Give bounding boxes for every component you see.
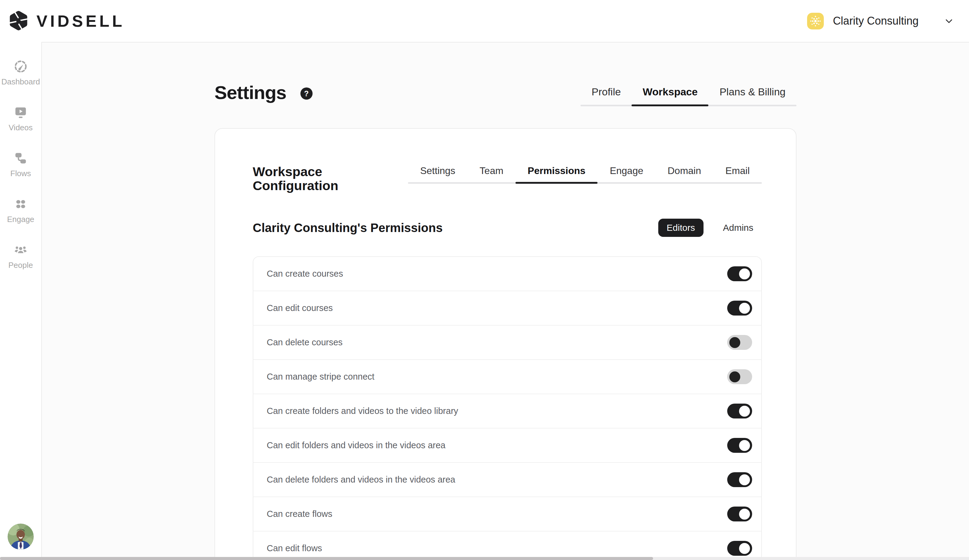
vidsell-logo-icon: [9, 11, 28, 31]
toggle-knob: [739, 543, 750, 554]
permission-label: Can create courses: [267, 269, 343, 279]
sidebar-item-label: Dashboard: [1, 77, 40, 86]
permission-toggle[interactable]: [727, 301, 752, 316]
tab-plans-billing[interactable]: Plans & Billing: [709, 83, 796, 106]
card-tabs: Settings Team Permissions Engage Domain …: [408, 165, 762, 184]
role-switch: Editors Admins: [658, 219, 762, 237]
page-title: Settings: [215, 83, 286, 102]
permission-row: Can create courses: [253, 257, 761, 291]
toggle-knob: [739, 303, 750, 314]
page-header: Settings ? Profile Workspace Plans & Bil…: [215, 83, 796, 106]
permission-label: Can delete courses: [267, 337, 343, 347]
brand-name: VIDSELL: [37, 12, 125, 30]
toggle-knob: [739, 508, 750, 520]
permission-row: Can edit folders and videos in the video…: [253, 429, 761, 463]
toggle-knob: [729, 371, 740, 382]
role-editors-button[interactable]: Editors: [658, 219, 704, 237]
tab-email[interactable]: Email: [713, 165, 762, 184]
tab-team[interactable]: Team: [468, 165, 516, 184]
card-title: Workspace Configuration: [253, 165, 408, 193]
tab-settings[interactable]: Settings: [408, 165, 468, 184]
top-header: VIDSELL Clarity Consulting: [0, 0, 969, 42]
workspace-name: Clarity Consulting: [833, 15, 919, 27]
toggle-knob: [739, 440, 750, 451]
permission-toggle[interactable]: [727, 507, 752, 522]
scrollbar-thumb[interactable]: [0, 557, 653, 560]
permission-label: Can create folders and videos to the vid…: [267, 406, 458, 416]
permissions-section-header: Clarity Consulting's Permissions Editors…: [253, 219, 762, 237]
people-icon: [14, 243, 28, 257]
page-tabs: Profile Workspace Plans & Billing: [581, 83, 796, 106]
sidebar-item-label: People: [8, 261, 33, 270]
role-admins-button[interactable]: Admins: [714, 219, 762, 237]
sidebar-nav: Dashboard Videos Flows Engage: [0, 42, 41, 560]
help-icon[interactable]: ?: [300, 88, 313, 100]
horizontal-scrollbar[interactable]: [0, 557, 969, 560]
tab-domain[interactable]: Domain: [656, 165, 713, 184]
workspace-avatar-icon: [807, 13, 824, 30]
active-tab-indicator: [631, 105, 708, 106]
sidebar-item-videos[interactable]: Videos: [0, 105, 41, 132]
tab-engage[interactable]: Engage: [598, 165, 655, 184]
permission-label: Can manage stripe connect: [267, 372, 375, 382]
active-tab-indicator: [516, 182, 598, 184]
toggle-knob: [739, 406, 750, 417]
sidebar-item-people[interactable]: People: [0, 243, 41, 270]
permission-label: Can edit flows: [267, 543, 322, 553]
permission-toggle[interactable]: [727, 472, 752, 487]
permission-row: Can edit courses: [253, 291, 761, 326]
dots-grid-icon: [14, 197, 28, 211]
toggle-knob: [739, 268, 750, 279]
chevron-down-icon: [944, 15, 954, 27]
permission-row: Can create folders and videos to the vid…: [253, 394, 761, 429]
tab-permissions[interactable]: Permissions: [516, 165, 598, 184]
permission-toggle[interactable]: [727, 369, 752, 384]
permission-row: Can edit flows: [253, 532, 761, 560]
permission-label: Can edit folders and videos in the video…: [267, 440, 445, 450]
gauge-icon: [14, 60, 28, 73]
tab-profile[interactable]: Profile: [581, 83, 631, 106]
toggle-knob: [729, 337, 740, 348]
workspace-switcher[interactable]: Clarity Consulting: [807, 13, 954, 30]
permission-toggle[interactable]: [727, 266, 752, 281]
permission-label: Can create flows: [267, 509, 332, 519]
permissions-section-title: Clarity Consulting's Permissions: [253, 221, 443, 235]
flow-icon: [14, 151, 28, 165]
permission-toggle[interactable]: [727, 541, 752, 556]
sidebar-item-label: Flows: [10, 169, 31, 178]
permission-label: Can edit courses: [267, 303, 333, 313]
permission-toggle[interactable]: [727, 404, 752, 419]
sidebar-item-label: Engage: [7, 215, 34, 224]
sidebar-item-dashboard[interactable]: Dashboard: [0, 60, 41, 86]
tab-workspace[interactable]: Workspace: [632, 83, 709, 106]
permission-toggle[interactable]: [727, 335, 752, 350]
permissions-list: Can create courses Can edit courses Can …: [253, 256, 762, 560]
permission-row: Can delete folders and videos in the vid…: [253, 463, 761, 497]
sidebar-item-label: Videos: [8, 123, 33, 132]
brand: VIDSELL: [9, 11, 125, 31]
user-avatar[interactable]: [8, 523, 34, 550]
sidebar-item-engage[interactable]: Engage: [0, 197, 41, 224]
permission-row: Can manage stripe connect: [253, 360, 761, 394]
permission-label: Can delete folders and videos in the vid…: [267, 475, 455, 485]
toggle-knob: [739, 474, 750, 485]
sidebar-item-flows[interactable]: Flows: [0, 151, 41, 178]
permission-row: Can create flows: [253, 497, 761, 532]
video-player-icon: [14, 105, 28, 120]
permission-toggle[interactable]: [727, 438, 752, 453]
workspace-configuration-card: Workspace Configuration Settings Team Pe…: [215, 128, 796, 560]
main-content: Settings ? Profile Workspace Plans & Bil…: [41, 42, 969, 560]
permission-row: Can delete courses: [253, 326, 761, 360]
